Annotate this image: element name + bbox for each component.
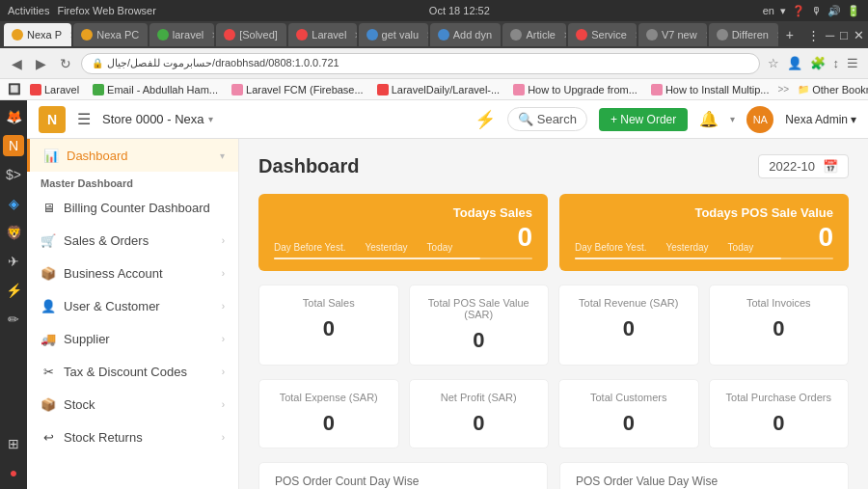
extensions-button[interactable]: 🧩: [808, 54, 827, 72]
tab-getvalue[interactable]: get valu ✕: [359, 23, 428, 46]
bookmark-fcm[interactable]: Laravel FCM (Firebase...: [227, 83, 368, 96]
back-button[interactable]: ◀: [8, 54, 26, 73]
bookmark-email[interactable]: Email - Abdullah Ham...: [88, 83, 223, 96]
minimize-button[interactable]: ─: [826, 28, 834, 42]
sidebar-item-supplier[interactable]: 🚚 Supplier ›: [27, 322, 238, 355]
tab-laravel[interactable]: laravel ✕: [149, 23, 214, 46]
activity-nexa[interactable]: N: [3, 135, 24, 156]
os-bar: Activities Firefox Web Browser Oct 18 12…: [0, 0, 868, 21]
activity-brave[interactable]: 🦁: [3, 222, 24, 243]
stat-card-pos-sale: Total POS Sale Value (SAR) 0: [409, 285, 550, 366]
profile-button[interactable]: 👤: [785, 54, 804, 72]
sidebar-item-stock-returns[interactable]: ↩ Stock Returns ›: [27, 421, 238, 453]
app-logo: N: [39, 106, 66, 133]
bookmark-install[interactable]: How to Install Multip...: [646, 83, 774, 96]
activity-firefox[interactable]: 🦊: [3, 106, 24, 127]
supplier-icon: 🚚: [41, 331, 56, 346]
sync-button[interactable]: ↕: [831, 54, 842, 72]
sidebar-item-sales[interactable]: 🛒 Sales & Orders ›: [27, 224, 238, 257]
stat-label-2: Total Revenue (SAR): [575, 297, 683, 309]
sidebar-item-stock[interactable]: 📦 Stock ›: [27, 388, 238, 421]
tab-nexa2[interactable]: Nexa PC ✕: [73, 23, 148, 46]
stock-icon: 📦: [41, 396, 56, 412]
tab-article[interactable]: Article ✕: [502, 23, 566, 46]
activities-label[interactable]: Activities: [8, 5, 49, 16]
bookmark-email-icon: [93, 84, 104, 95]
close-window-button[interactable]: ✕: [854, 28, 864, 42]
user-icon: 👤: [41, 298, 56, 313]
supplier-arrow: ›: [222, 334, 225, 344]
pos-timeline-label-2: Today: [728, 242, 754, 253]
yellow-card-sales: Todays Sales Day Before Yest. Yesterday …: [258, 194, 548, 271]
activity-vscode[interactable]: ◈: [3, 193, 24, 214]
timeline-label-1: Yesterday: [366, 242, 408, 253]
activity-misc[interactable]: ⚡: [3, 280, 24, 301]
tab-differen[interactable]: Differen ✕: [709, 23, 778, 46]
lightning-icon[interactable]: ⚡: [475, 109, 496, 130]
stat-value-1: 0: [425, 328, 533, 353]
tab-menu-button[interactable]: ⋮: [807, 28, 820, 42]
user-menu[interactable]: Nexa Admin ▾: [785, 113, 856, 126]
sidebar-item-user[interactable]: 👤 User & Customer ›: [27, 289, 238, 322]
bookmark-button[interactable]: ☆: [766, 54, 781, 72]
calendar-icon: 📅: [823, 159, 838, 174]
sidebar-user-label: User & Customer: [64, 299, 214, 313]
tab-v7[interactable]: V7 new ✕: [638, 23, 707, 46]
sidebar: 📊 Dashboard ▾ Master Dashboard 🖥 Billing…: [27, 139, 239, 489]
stat-value-7: 0: [725, 411, 833, 436]
forward-button[interactable]: ▶: [32, 54, 50, 73]
sidebar-business-label: Business Account: [64, 266, 214, 281]
bookmark-upgrade[interactable]: How to Upgrade from...: [508, 83, 642, 96]
store-selector[interactable]: Store 0000 - Nexa ▾: [102, 112, 213, 126]
tax-icon: ✂: [41, 364, 56, 379]
activity-draw[interactable]: ✏: [3, 309, 24, 330]
sidebar-stock-returns-label: Stock Returns: [64, 430, 214, 445]
bookmark-other[interactable]: 📁 Other Bookmarks: [793, 83, 868, 96]
stat-value-5: 0: [425, 411, 533, 436]
stats-row-2: Total Expense (SAR) 0 Net Profit (SAR) 0…: [258, 379, 849, 448]
activity-terminal[interactable]: $>: [3, 164, 24, 185]
sales-arrow: ›: [222, 235, 225, 246]
bookmark-laravel[interactable]: Laravel: [25, 83, 84, 96]
activity-red[interactable]: ●: [3, 462, 24, 483]
nav-bar: ◀ ▶ ↻ 🔒 127.0.0.1:8080/dashboard/حسابرمو…: [0, 48, 868, 79]
pos-timeline-label-1: Yesterday: [666, 242, 709, 253]
sidebar-item-billing[interactable]: 🖥 Billing Counter Dashboard: [27, 191, 238, 224]
notif-arrow[interactable]: ▾: [730, 114, 735, 124]
activity-telegram[interactable]: ✈: [3, 251, 24, 272]
sidebar-item-tax[interactable]: ✂ Tax & Discount Codes ›: [27, 355, 238, 388]
tab-adddyn[interactable]: Add dyn ✕: [430, 23, 502, 46]
stat-label-0: Total Sales: [275, 297, 383, 309]
tab-nexa[interactable]: Nexa P ✕: [4, 23, 71, 46]
menu-button[interactable]: ☰: [845, 54, 860, 72]
tab-solved[interactable]: [Solved] ✕: [216, 23, 286, 46]
stat-value-3: 0: [725, 316, 833, 341]
tab-service[interactable]: Service ✕: [568, 23, 637, 46]
address-bar[interactable]: 🔒 127.0.0.1:8080/dashboard/حسابرموت للفص…: [81, 53, 760, 74]
header-search-button[interactable]: 🔍 Search: [507, 107, 587, 131]
stat-card-customers: Total Customers 0: [558, 379, 699, 448]
pos-timeline-label-0: Day Before Yest.: [575, 242, 647, 253]
hamburger-menu[interactable]: ☰: [77, 110, 91, 128]
sales-timeline: Day Before Yest. Yesterday Today: [274, 242, 452, 253]
page-title: Dashboard: [258, 155, 359, 177]
date-picker[interactable]: 2022-10 📅: [758, 154, 849, 178]
yellow-card-pos: Todays POS Sale Value Day Before Yest. Y…: [559, 194, 849, 271]
notification-button[interactable]: 🔔: [699, 110, 719, 128]
activity-grid[interactable]: ⊞: [3, 433, 24, 454]
sidebar-item-dashboard[interactable]: 📊 Dashboard ▾: [27, 139, 238, 172]
bookmark-laraveldaily[interactable]: LaravelDaily/Laravel-...: [372, 83, 505, 96]
stat-card-expense: Total Expense (SAR) 0: [258, 379, 399, 448]
reload-button[interactable]: ↻: [56, 54, 75, 73]
tab-laravel2[interactable]: Laravel ✕: [288, 23, 356, 46]
avatar: NA: [746, 106, 773, 133]
bookmark-upgrade-icon: [513, 84, 525, 95]
stat-card-profit: Net Profit (SAR) 0: [409, 379, 550, 448]
new-tab-button[interactable]: +: [780, 27, 800, 42]
sidebar-billing-label: Billing Counter Dashboard: [64, 201, 225, 215]
bookmark-install-icon: [651, 84, 663, 95]
sidebar-item-business[interactable]: 📦 Business Account ›: [27, 257, 238, 289]
maximize-button[interactable]: □: [840, 28, 848, 42]
new-order-button[interactable]: + New Order: [599, 108, 688, 131]
main-content: Dashboard 2022-10 📅 Todays Sales Day Bef…: [239, 139, 868, 489]
